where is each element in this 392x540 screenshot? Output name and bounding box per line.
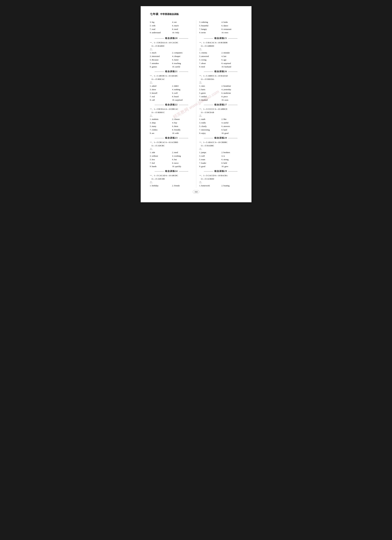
part2-label-28: 二、 — [199, 147, 242, 151]
word-item: 1. homework — [199, 184, 220, 188]
section-header-26: 组合训练26 — [199, 70, 242, 73]
word-item: 8. hard — [221, 128, 242, 132]
word-item: 4. useful — [221, 121, 242, 125]
word-item: 7. feel — [150, 161, 171, 165]
word-item: 4. buy — [172, 121, 193, 125]
answers-26-1: 一、1—5 ABDCC 6—10 BADAD — [199, 74, 242, 78]
answers-29-1: 一、1—5 CACCD 6—10 BACBA — [199, 174, 242, 177]
word-item: 9. tired — [199, 65, 220, 69]
part2-label-20: 二、 — [150, 48, 193, 51]
word-item: 3. hurts — [199, 88, 220, 91]
word-item: 6. faster — [172, 58, 193, 62]
word-item: 9. good — [199, 165, 220, 168]
word-item: 8. surprised — [221, 62, 242, 65]
word-item: 6. dance — [221, 24, 242, 28]
word-item: 2. like — [221, 118, 242, 121]
word-item: 3. really — [199, 121, 220, 125]
word-item: 9. games — [150, 65, 171, 69]
section-header-24: 组合训练24 — [150, 170, 193, 173]
word-item: 10. husband — [221, 65, 242, 69]
answers-29-2: 11—15 ACBDD — [199, 177, 242, 181]
page-subtitle: 中学英语组合训练 — [160, 13, 179, 16]
word-item: 7. clothes — [150, 128, 171, 132]
answers-24-2: 11—15 ADCDB — [150, 177, 193, 181]
answers-21-2: 11—15 BDCAC — [150, 78, 193, 81]
section-header-21: 组合训练21 — [150, 70, 193, 73]
word-item: 4. yesterday — [221, 88, 242, 91]
answers-23-1: 一、1—5 CBCAC 6—10 ACDBD — [150, 141, 193, 144]
words-27: 1. math 2. like 3. really 4. useful 5. c… — [199, 118, 242, 135]
word-item: 10. soon — [221, 98, 242, 102]
word-item: 7. about — [199, 62, 220, 65]
word-item: 1. cinema — [199, 51, 220, 55]
word-item: 1. math — [199, 118, 220, 121]
answers-24-1: 一、1—5 CACAD 6—10 ABCBC — [150, 174, 193, 177]
word-item: 1. asked — [150, 84, 171, 88]
part2-label-22: 二、 — [150, 114, 193, 118]
word-item: 7. read — [150, 28, 171, 31]
word-item: 7. real — [150, 95, 171, 99]
words-24: 1. birthday 2. friends — [150, 184, 193, 188]
word-item: 5. team — [199, 158, 220, 161]
word-item: 1. jumps — [199, 151, 220, 154]
word-item: 8. teaching — [172, 62, 193, 65]
word-item: 10. useful — [172, 65, 193, 69]
words-23: 1. side 2. need 3. without 4. working 5.… — [150, 151, 193, 168]
word-item: 6. but — [172, 158, 193, 161]
word-item: 1. ones — [199, 84, 220, 88]
word-item: 5. Because — [150, 58, 171, 62]
word-item: 5. less — [150, 158, 171, 161]
word-item: 4. cheaper — [172, 55, 193, 58]
word-item: 2. mistake — [221, 51, 242, 55]
word-item: 2. classes — [172, 118, 193, 121]
word-item: 6. well — [172, 91, 193, 95]
word-item: 2. computers — [172, 51, 193, 55]
word-item: 9. hands — [150, 165, 171, 168]
word-item: 8. piece — [221, 95, 242, 99]
word-item: 5. many — [150, 125, 171, 128]
section-header-25: 组合训练25 — [199, 37, 242, 40]
word-item: 9. enjoy — [199, 131, 220, 135]
word-item: 2. need — [172, 151, 193, 154]
answers-22-1: 一、1—5 BCDAA 6—10 DBCAC — [150, 107, 193, 111]
word-item: 7. hungry — [199, 28, 220, 31]
word-item: 2. didn't — [172, 84, 193, 88]
word-item: 3. interested — [150, 55, 171, 58]
word-item: 7. leader — [199, 161, 220, 165]
word-item: 4. last — [221, 55, 242, 58]
word-item: 3. ordering — [199, 20, 220, 24]
word-item: 6. ago — [221, 58, 242, 62]
words-20: 1. much 2. computers 3. interested 4. ch… — [150, 51, 193, 69]
answers-23-2: 11—15 ADCBC — [150, 144, 193, 147]
word-item: 8. held — [221, 161, 242, 165]
word-item: 2. friends — [172, 184, 193, 188]
word-item: 8. friendly — [172, 128, 193, 132]
word-item: 5. beautiful — [199, 24, 220, 28]
word-item: 6. them — [172, 125, 193, 128]
word-item: 4. looks — [221, 20, 242, 24]
words-22: 1. students 2. classes 3. shop 4. buy 5.… — [150, 118, 193, 135]
word-item: 1. birthday — [150, 184, 171, 188]
word-item: 10. gave — [221, 165, 242, 168]
word-item: 5. with — [150, 24, 171, 28]
word-item: 9. are — [150, 131, 171, 135]
page-title: 七年级 — [150, 12, 159, 16]
words-28: 1. jumps 2. brothers 3. well 4. is 5. te… — [199, 151, 242, 168]
word-item: 10. with — [172, 131, 193, 135]
top-right: 3. ordering 4. looks 5. beautiful 6. dan… — [196, 20, 242, 35]
top-section: 3. leg 4. see 5. with 6. much 7. read 8.… — [150, 20, 242, 35]
part2-label-27: 二、 — [199, 114, 242, 118]
section-header-23: 组合训练23 — [150, 137, 193, 139]
word-item: 4. working — [172, 154, 193, 158]
word-item: 8. move — [172, 161, 193, 165]
word-item: 3. well — [199, 154, 220, 158]
page-number: 164 — [150, 191, 242, 193]
section-header-27: 组合训练27 — [199, 103, 242, 106]
word-item: 4. is — [221, 154, 242, 158]
answers-25-1: 一、1—5 BACAC 6—10 BCBDB — [199, 41, 242, 44]
answers-20-2: 11—15 BABDC — [150, 44, 193, 48]
answers-25-2: 11—15 ABBDD — [199, 44, 242, 48]
part2-label-24: 二、 — [150, 181, 193, 184]
word-item: 2. brothers — [221, 151, 242, 154]
word-item: 10. good — [221, 131, 242, 135]
